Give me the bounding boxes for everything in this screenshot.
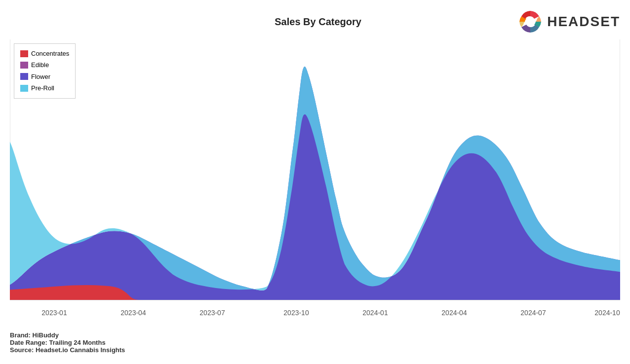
- footer: Brand: HiBuddy Date Range: Trailing 24 M…: [0, 327, 630, 354]
- svg-text:2023-10: 2023-10: [283, 309, 309, 317]
- svg-text:2023-01: 2023-01: [41, 309, 67, 317]
- svg-text:2024-10: 2024-10: [594, 309, 620, 317]
- page-container: Sales By Category HEADSET: [0, 0, 630, 364]
- date-range-info: Date Range: Trailing 24 Months: [10, 339, 620, 346]
- headset-logo-icon: [517, 9, 543, 35]
- chart-title: Sales By Category: [118, 16, 517, 28]
- date-range-label: Date Range:: [10, 339, 47, 346]
- svg-point-1: [526, 17, 535, 26]
- svg-text:2023-04: 2023-04: [120, 309, 146, 317]
- source-label: Source:: [10, 346, 34, 354]
- preroll-label: Pre-Roll: [31, 82, 54, 94]
- date-range-value: Trailing 24 Months: [49, 339, 105, 346]
- legend-item-flower: Flower: [20, 71, 69, 82]
- chart-wrapper: Concentrates Edible Flower Pre-Roll: [10, 39, 620, 326]
- brand-label: Brand:: [10, 331, 31, 339]
- svg-text:2024-04: 2024-04: [441, 309, 467, 317]
- flower-color-swatch: [20, 73, 28, 80]
- logo-area: HEADSET: [517, 9, 620, 35]
- logo-text: HEADSET: [547, 14, 620, 30]
- header: Sales By Category HEADSET: [0, 0, 630, 35]
- svg-text:2024-01: 2024-01: [362, 309, 388, 317]
- source-value: Headset.io Cannabis Insights: [36, 346, 125, 354]
- brand-info: Brand: HiBuddy: [10, 331, 620, 339]
- legend-item-concentrates: Concentrates: [20, 48, 69, 59]
- svg-text:2023-07: 2023-07: [199, 309, 225, 317]
- edible-color-swatch: [20, 62, 28, 69]
- edible-label: Edible: [31, 59, 49, 71]
- preroll-color-swatch: [20, 85, 28, 92]
- legend: Concentrates Edible Flower Pre-Roll: [14, 43, 76, 99]
- legend-item-preroll: Pre-Roll: [20, 82, 69, 94]
- concentrates-label: Concentrates: [31, 48, 69, 59]
- area-chart: 2023-01 2023-04 2023-07 2023-10 2024-01 …: [10, 39, 620, 326]
- concentrates-color-swatch: [20, 50, 28, 57]
- brand-value: HiBuddy: [33, 331, 59, 339]
- legend-item-edible: Edible: [20, 59, 69, 71]
- source-info: Source: Headset.io Cannabis Insights: [10, 346, 620, 354]
- svg-text:2024-07: 2024-07: [520, 309, 546, 317]
- flower-label: Flower: [31, 71, 50, 82]
